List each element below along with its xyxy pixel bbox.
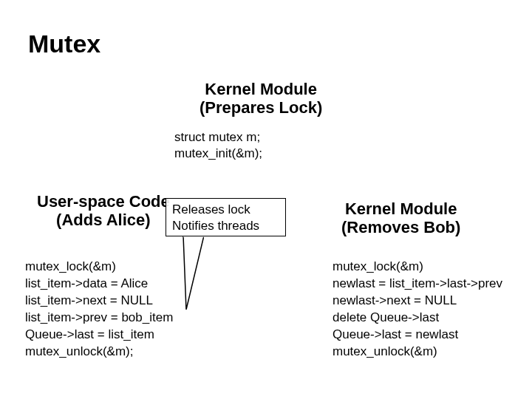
code-line: mutex_unlock(&m); <box>25 344 173 361</box>
code-line: mutex_lock(&m) <box>25 259 173 276</box>
code-line: list_item->next = NULL <box>25 293 173 310</box>
callout-tail-icon <box>174 236 204 310</box>
slide-title: Mutex <box>28 30 100 58</box>
kernel-top-line1: Kernel Module <box>200 80 322 98</box>
kernel-right-heading: Kernel Module (Removes Bob) <box>341 200 460 237</box>
callout-box: Releases lock Notifies threads <box>166 198 286 236</box>
kernel-right-line2: (Removes Bob) <box>341 218 460 236</box>
kernel-top-heading: Kernel Module (Prepares Lock) <box>200 80 322 117</box>
kernel-top-line2: (Prepares Lock) <box>200 98 322 117</box>
code-line: mutex_init(&m); <box>174 146 262 162</box>
user-space-line2: (Adds Alice) <box>37 211 170 229</box>
code-line: Queue->last = list_item <box>25 327 173 344</box>
code-line: delete Queue->last <box>332 310 502 327</box>
user-space-heading: User-space Code (Adds Alice) <box>37 192 170 230</box>
kernel-init-code: struct mutex m; mutex_init(&m); <box>174 129 262 162</box>
code-line: mutex_lock(&m) <box>332 259 502 276</box>
user-code-block: mutex_lock(&m) list_item->data = Alice l… <box>25 259 173 361</box>
code-line: newlast->next = NULL <box>332 293 502 310</box>
code-line: struct mutex m; <box>174 129 262 146</box>
kernel-remove-code-block: mutex_lock(&m) newlast = list_item->last… <box>332 259 502 361</box>
callout-line2: Notifies threads <box>172 218 279 234</box>
user-space-line1: User-space Code <box>37 192 170 211</box>
code-line: mutex_unlock(&m) <box>332 344 502 361</box>
code-line: list_item->data = Alice <box>25 276 173 293</box>
code-line: Queue->last = newlast <box>332 327 502 344</box>
code-line: newlast = list_item->last->prev <box>332 276 502 293</box>
callout-line1: Releases lock <box>172 202 279 218</box>
svg-marker-0 <box>183 236 204 310</box>
kernel-right-line1: Kernel Module <box>341 200 460 218</box>
code-line: list_item->prev = bob_item <box>25 310 173 327</box>
